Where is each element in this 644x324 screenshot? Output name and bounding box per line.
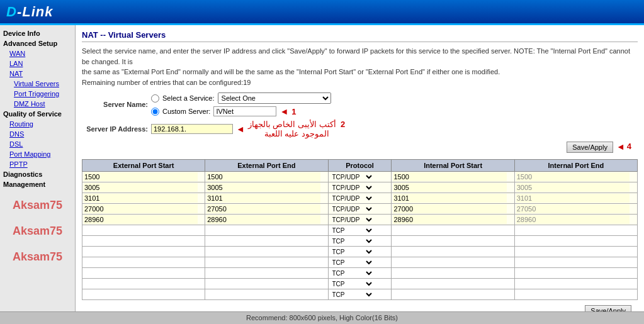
sidebar-item-nat[interactable]: NAT xyxy=(0,69,75,79)
port-input-9-3[interactable] xyxy=(393,269,507,277)
port-input-0-0[interactable] xyxy=(84,172,198,181)
sidebar-item-port-triggering[interactable]: Port Triggering xyxy=(0,89,75,99)
protocol-select-9[interactable]: TCP/UDPTCPUDP xyxy=(330,269,374,277)
sidebar-item-device-info[interactable]: Device Info xyxy=(0,28,75,38)
port-input-5-3[interactable] xyxy=(393,226,507,235)
port-input-2-1[interactable] xyxy=(206,194,320,203)
logo-text: D xyxy=(6,4,17,20)
port-input-8-1[interactable] xyxy=(206,258,320,267)
sidebar-item-management[interactable]: Management xyxy=(0,179,75,189)
protocol-select-8[interactable]: TCP/UDPTCPUDP xyxy=(330,259,374,267)
sidebar-item-dns[interactable]: DNS xyxy=(0,129,75,139)
sidebar: Device Info Advanced Setup WAN LAN NAT V… xyxy=(0,25,76,311)
port-input-6-0[interactable] xyxy=(84,237,198,245)
server-ip-row: Server IP Address: ◄ 2 أكتب الأيبى الخاص… xyxy=(82,120,638,138)
port-input-6-3[interactable] xyxy=(393,237,507,245)
sidebar-item-wan[interactable]: WAN xyxy=(0,48,75,59)
sidebar-brand-1: Aksam75 xyxy=(0,189,75,215)
port-input-10-1[interactable] xyxy=(206,279,320,288)
sidebar-item-port-mapping[interactable]: Port Mapping xyxy=(0,149,75,159)
port-input-11-4 xyxy=(516,290,630,299)
arrow-1: ◄ xyxy=(280,106,288,116)
port-input-8-4 xyxy=(516,258,630,267)
main-layout: Device Info Advanced Setup WAN LAN NAT V… xyxy=(0,25,644,311)
bottom-save-apply-button[interactable]: Save/Apply xyxy=(585,305,631,311)
service-select[interactable]: Select One xyxy=(218,92,331,104)
protocol-select-7[interactable]: TCP/UDPTCPUDP xyxy=(330,248,374,256)
description: Select the service name, and enter the s… xyxy=(82,46,638,87)
sidebar-item-lan[interactable]: LAN xyxy=(0,59,75,69)
port-input-4-4 xyxy=(516,215,630,224)
port-input-8-0[interactable] xyxy=(84,258,198,267)
protocol-select-1[interactable]: TCP/UDPTCPUDP xyxy=(330,184,374,192)
port-input-7-3[interactable] xyxy=(393,247,507,256)
protocol-select-5[interactable]: TCP/UDPTCPUDP xyxy=(330,226,374,235)
custom-server-radio[interactable] xyxy=(151,108,159,116)
sidebar-item-pptp[interactable]: PPTP xyxy=(0,159,75,169)
port-input-1-0[interactable] xyxy=(84,183,198,192)
header: D-Link xyxy=(0,0,644,25)
port-input-3-3[interactable] xyxy=(393,204,507,213)
port-input-9-1[interactable] xyxy=(206,269,320,277)
protocol-select-10[interactable]: TCP/UDPTCPUDP xyxy=(330,280,374,288)
port-input-2-3[interactable] xyxy=(393,194,507,203)
port-input-4-1[interactable] xyxy=(206,215,320,224)
protocol-select-3[interactable]: TCP/UDPTCPUDP xyxy=(330,205,374,213)
port-input-10-4 xyxy=(516,279,630,288)
port-input-6-4 xyxy=(516,237,630,245)
port-input-11-0[interactable] xyxy=(84,290,198,299)
footer-text: Recommend: 800x600 pixels, High Color(16… xyxy=(246,314,398,321)
sidebar-item-advanced-setup[interactable]: Advanced Setup xyxy=(0,38,75,48)
port-input-1-1[interactable] xyxy=(206,183,320,192)
port-input-7-1[interactable] xyxy=(206,247,320,256)
protocol-select-11[interactable]: TCP/UDPTCPUDP xyxy=(330,291,374,299)
port-input-4-3[interactable] xyxy=(393,215,507,224)
select-service-radio[interactable] xyxy=(151,94,159,103)
port-input-10-3[interactable] xyxy=(393,279,507,288)
port-input-8-3[interactable] xyxy=(393,258,507,267)
port-input-2-0[interactable] xyxy=(84,194,198,203)
server-ip-input[interactable] xyxy=(151,124,233,134)
logo: D-Link xyxy=(6,4,53,20)
port-input-6-1[interactable] xyxy=(206,237,320,245)
protocol-select-4[interactable]: TCP/UDPTCPUDP xyxy=(330,216,374,224)
sidebar-item-routing[interactable]: Routing xyxy=(0,119,75,129)
sidebar-item-dmz-host[interactable]: DMZ Host xyxy=(0,99,75,109)
protocol-select-0[interactable]: TCP/UDPTCPUDP xyxy=(330,173,374,181)
protocol-select-2[interactable]: TCP/UDPTCPUDP xyxy=(330,194,374,203)
custom-server-input[interactable] xyxy=(213,106,276,116)
port-input-5-0[interactable] xyxy=(84,226,198,235)
port-input-0-3[interactable] xyxy=(393,172,507,181)
sidebar-brand-3: Aksam75 xyxy=(0,241,75,267)
save-apply-button[interactable]: Save/Apply xyxy=(567,142,613,153)
port-input-9-0[interactable] xyxy=(84,269,198,277)
footer-bar: Recommend: 800x600 pixels, High Color(16… xyxy=(0,311,644,323)
annotation-2: 2 أكتب الأيبى الخاص بالجهاز الموجود عليه… xyxy=(248,120,345,138)
save-apply-row: Save/Apply ◄ 4 xyxy=(82,142,638,153)
sidebar-brand-2: Aksam75 xyxy=(0,215,75,241)
col-int-end: Internal Port End xyxy=(514,160,637,172)
port-input-10-0[interactable] xyxy=(84,279,198,288)
sidebar-item-dsl[interactable]: DSL xyxy=(0,139,75,149)
port-input-5-1[interactable] xyxy=(206,226,320,235)
arrow-2: ◄ xyxy=(236,124,245,134)
port-input-3-0[interactable] xyxy=(84,204,198,213)
port-table: External Port Start External Port End Pr… xyxy=(82,159,638,300)
port-input-3-1[interactable] xyxy=(206,204,320,213)
sidebar-item-qos[interactable]: Quality of Service xyxy=(0,109,75,119)
port-input-3-4 xyxy=(516,204,630,213)
port-table-container: External Port Start External Port End Pr… xyxy=(82,159,638,300)
port-input-1-3[interactable] xyxy=(393,183,507,192)
custom-server-label: Custom Server: xyxy=(162,108,210,115)
port-input-4-0[interactable] xyxy=(84,215,198,224)
sidebar-item-diagnostics[interactable]: Diagnostics xyxy=(0,169,75,179)
server-name-label: Server Name: xyxy=(82,101,151,108)
port-input-11-1[interactable] xyxy=(206,290,320,299)
arrow-4: ◄ xyxy=(616,142,625,153)
port-input-11-3[interactable] xyxy=(393,290,507,299)
port-input-7-0[interactable] xyxy=(84,247,198,256)
port-input-1-4 xyxy=(516,183,630,192)
protocol-select-6[interactable]: TCP/UDPTCPUDP xyxy=(330,237,374,245)
port-input-0-1[interactable] xyxy=(206,172,320,181)
sidebar-item-virtual-servers[interactable]: Virtual Servers xyxy=(0,79,75,89)
